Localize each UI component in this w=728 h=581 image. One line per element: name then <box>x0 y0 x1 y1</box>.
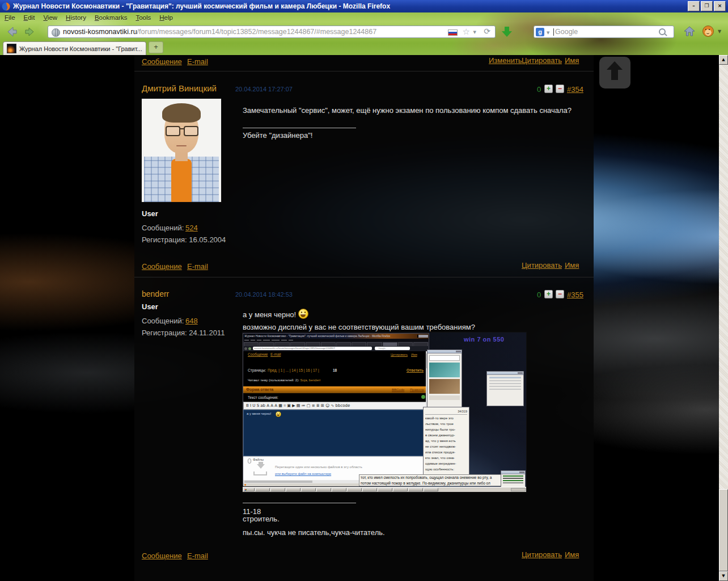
name-link[interactable]: Имя <box>565 56 579 65</box>
scroll-to-top-button[interactable] <box>599 57 630 89</box>
navigation-toolbar: novosti-kosmonavtiki.ru/forum/messages/f… <box>0 23 728 41</box>
tab-active[interactable]: Журнал Новости Космонавтики - "Гравит... <box>3 41 146 55</box>
message-link[interactable]: Сообщение <box>142 57 182 66</box>
toolbar-overflow-icon[interactable]: ▼ <box>718 29 721 34</box>
tab-bar: Журнал Новости Космонавтики - "Гравит...… <box>0 41 728 55</box>
edit-link[interactable]: Изменить <box>489 56 522 65</box>
user-group: User <box>142 209 158 218</box>
new-tab-button[interactable]: + <box>149 41 163 53</box>
post-anchor-link[interactable]: #354 <box>567 85 583 94</box>
forward-icon[interactable] <box>24 26 36 38</box>
greasemonkey-icon[interactable] <box>702 26 714 37</box>
scroll-up-button[interactable]: ▲ <box>719 55 728 65</box>
rss-dot-icon <box>244 484 246 486</box>
home-icon[interactable] <box>684 26 695 36</box>
scroll-down-button[interactable]: ▼ <box>719 571 728 581</box>
vertical-scrollbar[interactable]: ▲ ▼ <box>719 55 728 581</box>
post-author-link[interactable]: benderr <box>142 289 169 298</box>
window-controls: – ❐ × <box>688 1 726 11</box>
screenshot-reply-link: Ответить <box>407 368 424 372</box>
close-button[interactable]: × <box>714 1 726 11</box>
tab-title: Журнал Новости Космонавтики - "Гравит... <box>19 45 142 52</box>
url-text: novosti-kosmonavtiki.ru/forum/messages/f… <box>63 28 376 36</box>
screenshot-smiley-button <box>421 395 425 399</box>
screenshot-current-page: 18 <box>333 368 337 372</box>
message-link[interactable]: Сообщение <box>142 551 182 560</box>
page-background: Сообщение E-mail Изменить Цитировать Имя… <box>0 55 728 581</box>
vote-up-button[interactable]: + <box>544 85 553 93</box>
search-box[interactable]: g ▼ Google <box>534 26 674 38</box>
search-magnifier-icon[interactable] <box>659 28 666 35</box>
russia-flag-icon[interactable] <box>448 30 458 36</box>
quote-link[interactable]: Цитировать <box>522 261 562 270</box>
screenshot-url: novosti-kosmonavtiki.ru/forum/messages/f… <box>253 347 372 350</box>
screenshot-choose-file-link: или выберите файл на компьютере <box>275 472 331 475</box>
urlbar-dropdown-icon[interactable]: ▼ <box>473 30 476 35</box>
desktop-window-small <box>486 371 524 406</box>
signature-divider <box>243 503 356 503</box>
vote-down-button[interactable]: − <box>556 85 564 93</box>
vote-down-button[interactable]: − <box>556 290 564 298</box>
post-signature: Убейте "дизайнера"! <box>243 131 312 140</box>
firefox-window: Журнал Новости Космонавтики - "Гравитаци… <box>0 0 728 581</box>
screenshot-editor-toolbar: B I U S ab A A A ▦ ⌗ ▣ ▶ ▤ ≔ ▢ ≡ ≣ ⊞ ☺ ∿… <box>243 402 429 410</box>
reload-icon[interactable]: ⟳ <box>484 27 490 36</box>
reg-label: Регистрация: <box>142 329 187 337</box>
text-caret <box>553 28 554 36</box>
reader-page-counter: 34/319 <box>425 409 467 415</box>
menu-history[interactable]: History <box>66 14 86 21</box>
post-anchor-link[interactable]: #355 <box>567 290 583 299</box>
post-separator <box>134 71 594 71</box>
screenshot-pages-label: Страницы: <box>248 368 266 372</box>
back-icon[interactable] <box>6 26 18 38</box>
name-link[interactable]: Имя <box>565 261 579 270</box>
minimize-button[interactable]: – <box>688 1 700 11</box>
bookmark-star-icon[interactable]: ☆ <box>463 27 470 37</box>
menu-view[interactable]: View <box>43 14 57 21</box>
post-body-line: а у меня черно! <box>243 309 308 319</box>
vote-up-button[interactable]: + <box>544 290 553 298</box>
site-identity-icon[interactable] <box>52 28 60 37</box>
search-placeholder: Google <box>555 28 578 36</box>
name-link[interactable]: Имя <box>565 550 579 559</box>
up-arrow-stem <box>611 69 618 80</box>
download-arrow-icon[interactable] <box>501 26 513 37</box>
post-author-link[interactable]: Дмитрий Виницкий <box>142 83 217 93</box>
menu-tools[interactable]: Tools <box>136 14 151 21</box>
menu-bookmarks[interactable]: Bookmarks <box>95 14 128 21</box>
email-link[interactable]: E-mail <box>187 551 208 560</box>
url-bar[interactable]: novosti-kosmonavtiki.ru/forum/messages/f… <box>48 26 496 38</box>
menu-file[interactable]: File <box>5 14 15 21</box>
quote-link[interactable]: Цитировать <box>522 56 562 65</box>
quote-link[interactable]: Цитировать <box>522 550 562 559</box>
url-domain: novosti-kosmonavtiki.ru <box>63 28 137 36</box>
email-link[interactable]: E-mail <box>187 262 208 271</box>
message-link[interactable]: Сообщение <box>142 262 182 271</box>
taskbar-clock <box>511 488 526 491</box>
signature-line: строитель. <box>243 515 280 523</box>
restore-button[interactable]: ❐ <box>701 1 713 11</box>
scrollbar-thumb[interactable] <box>719 489 728 571</box>
menu-edit[interactable]: Edit <box>24 14 35 21</box>
screenshot-browser-window: Журнал Новости Космонавтики - "Гравитаци… <box>243 333 429 486</box>
body-text: а у меня черно! <box>243 310 296 319</box>
screenshot-email-link: E-mail <box>270 352 281 356</box>
attached-screenshot-image[interactable]: Журнал Новости Космонавтики - "Гравитаци… <box>242 332 527 492</box>
post-count-link[interactable]: 524 <box>185 224 198 232</box>
user-group: User <box>142 302 158 311</box>
screenshot-form-title: Форма ответа <box>246 388 273 391</box>
post-rating: 0 <box>537 290 541 299</box>
signature-line: пы.сы. чукча не писатель,чукча-читатель. <box>243 528 385 537</box>
post-rating: 0 <box>537 85 541 94</box>
post-datetime: 20.04.2014 17:27:07 <box>235 86 293 92</box>
reg-date: 24.11.2011 <box>189 329 225 337</box>
post-count-link[interactable]: 648 <box>185 317 198 325</box>
post-count-label: Сообщений: <box>142 317 184 325</box>
menu-help[interactable]: Help <box>159 14 173 21</box>
search-engine-dropdown-icon[interactable]: ▼ <box>547 31 549 35</box>
signature-divider <box>243 128 356 128</box>
screenshot-page-links: Пред. | 1 | ... | 14 | 15 | 16 | 17 | <box>268 368 319 372</box>
biggrin-smiley-icon <box>298 309 308 319</box>
screenshot-bbcode-link: BBCode <box>392 388 404 391</box>
email-link[interactable]: E-mail <box>187 57 208 66</box>
